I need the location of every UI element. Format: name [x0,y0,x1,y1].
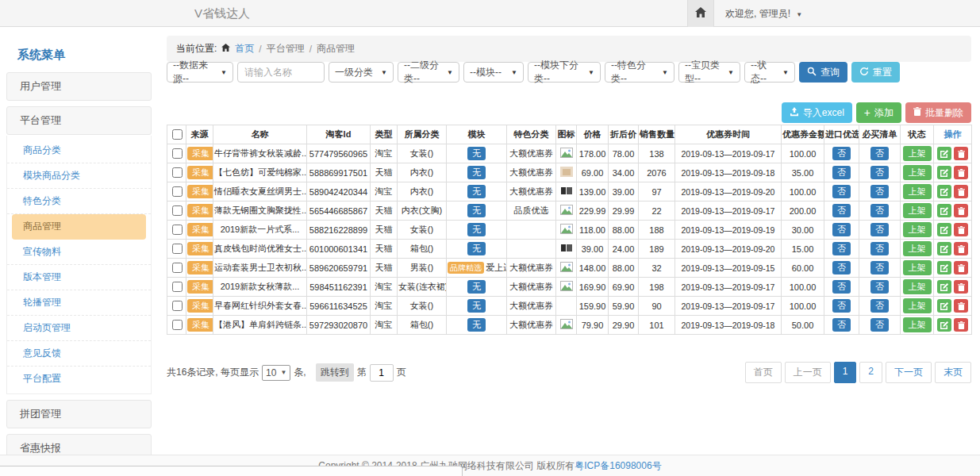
pager-button-1[interactable]: 1 [834,362,857,383]
must-buy-toggle[interactable]: 否 [870,166,889,178]
edit-button[interactable] [937,185,951,198]
status-toggle-button[interactable]: 上架 [903,279,932,294]
row-checkbox[interactable] [172,320,183,330]
import-optional-toggle[interactable]: 否 [832,280,851,293]
module-none-badge[interactable]: 无 [467,242,486,255]
sidebar-item-轮播管理[interactable]: 轮播管理 [7,290,151,316]
filter-select-5[interactable]: --特色分类--▼ [605,62,674,83]
icp-link[interactable]: 粤ICP备16098006号 [575,459,661,473]
page-number-input[interactable] [370,364,394,382]
data-source-select[interactable]: --数据来源-- ▼ [167,62,233,83]
row-checkbox[interactable] [172,225,183,235]
breadcrumb-home-link[interactable]: 首页 [235,42,254,56]
jump-button[interactable]: 跳转到 [316,363,354,382]
filter-select-2[interactable]: --二级分类--▼ [398,62,459,83]
status-toggle-button[interactable]: 上架 [903,298,932,313]
status-toggle-button[interactable]: 上架 [903,146,932,161]
edit-button[interactable] [937,223,951,236]
filter-select-7[interactable]: --状态--▼ [744,62,795,83]
must-buy-toggle[interactable]: 否 [870,318,889,331]
pager-button-下一页[interactable]: 下一页 [886,362,932,383]
status-toggle-button[interactable]: 上架 [903,241,932,256]
edit-button[interactable] [937,166,951,179]
filter-select-4[interactable]: --模块下分类--▼ [528,62,601,83]
pager-button-末页[interactable]: 末页 [935,362,971,383]
sidebar-item-平台管理[interactable]: 平台管理 [6,106,152,135]
sidebar-item-启动页管理[interactable]: 启动页管理 [7,316,151,341]
filter-select-3[interactable]: --模块--▼ [463,62,524,83]
filter-select-6[interactable]: --宝贝类型--▼ [678,62,740,83]
row-checkbox[interactable] [172,167,183,178]
reset-button[interactable]: 重置 [851,62,900,83]
module-none-badge[interactable]: 无 [467,166,486,178]
sidebar-item-省惠快报[interactable]: 省惠快报 [6,434,152,455]
row-checkbox[interactable] [172,244,183,254]
sidebar-item-版本管理[interactable]: 版本管理 [7,265,151,290]
edit-button[interactable] [937,261,951,274]
name-search-input[interactable] [237,62,325,83]
edit-button[interactable] [937,299,951,313]
sidebar-item-模块商品分类[interactable]: 模块商品分类 [7,163,151,189]
sidebar-item-用户管理[interactable]: 用户管理 [6,72,152,101]
sidebar-item-平台配置[interactable]: 平台配置 [7,367,151,391]
delete-button[interactable] [954,280,968,294]
must-buy-toggle[interactable]: 否 [870,185,889,198]
must-buy-toggle[interactable]: 否 [870,204,889,217]
delete-button[interactable] [954,223,968,236]
edit-button[interactable] [937,318,951,332]
module-none-badge[interactable]: 无 [467,185,486,198]
delete-button[interactable] [954,147,968,160]
delete-button[interactable] [954,318,968,332]
sidebar-item-商品分类[interactable]: 商品分类 [7,138,151,163]
must-buy-toggle[interactable]: 否 [870,280,889,293]
import-optional-toggle[interactable]: 否 [832,204,851,217]
row-checkbox[interactable] [172,186,183,197]
sidebar-item-意见反馈[interactable]: 意见反馈 [7,341,151,367]
delete-button[interactable] [954,166,968,179]
per-page-select[interactable]: 10 ▼ [262,365,290,381]
edit-button[interactable] [937,242,951,255]
row-checkbox[interactable] [172,205,183,216]
add-button[interactable]: + 添加 [856,102,901,123]
sidebar-item-商品管理[interactable]: 商品管理 [12,214,146,240]
status-toggle-button[interactable]: 上架 [903,260,932,275]
delete-button[interactable] [954,261,968,274]
must-buy-toggle[interactable]: 否 [870,147,889,159]
module-none-badge[interactable]: 无 [467,318,486,331]
batch-delete-button[interactable]: 批量删除 [905,102,971,123]
must-buy-toggle[interactable]: 否 [870,299,889,312]
module-none-badge[interactable]: 无 [467,147,486,159]
import-optional-toggle[interactable]: 否 [832,261,851,274]
delete-button[interactable] [954,299,968,313]
import-optional-toggle[interactable]: 否 [832,242,851,255]
home-button[interactable] [687,0,714,27]
module-none-badge[interactable]: 无 [467,299,486,312]
must-buy-toggle[interactable]: 否 [870,242,889,255]
sidebar-item-特色分类[interactable]: 特色分类 [7,189,151,214]
row-checkbox[interactable] [172,301,183,311]
select-all-checkbox[interactable] [172,129,183,140]
module-none-badge[interactable]: 无 [467,223,486,236]
module-none-badge[interactable]: 无 [467,204,486,217]
delete-button[interactable] [954,185,968,198]
import-optional-toggle[interactable]: 否 [832,185,851,198]
edit-button[interactable] [937,280,951,294]
status-toggle-button[interactable]: 上架 [903,317,932,332]
delete-button[interactable] [954,242,968,255]
filter-select-1[interactable]: 一级分类▼ [329,62,394,83]
status-toggle-button[interactable]: 上架 [903,222,932,237]
row-checkbox[interactable] [172,282,183,292]
status-toggle-button[interactable]: 上架 [903,184,932,199]
status-toggle-button[interactable]: 上架 [903,203,932,218]
sidebar-item-宣传物料[interactable]: 宣传物料 [7,240,151,265]
pager-button-2[interactable]: 2 [859,362,882,383]
module-none-badge[interactable]: 无 [467,280,486,293]
row-checkbox[interactable] [172,148,183,159]
import-optional-toggle[interactable]: 否 [832,318,851,331]
query-button[interactable]: 查询 [799,62,847,83]
edit-button[interactable] [937,204,951,217]
row-checkbox[interactable] [172,263,183,273]
user-menu[interactable]: 欢迎您, 管理员! ▼ [725,7,802,21]
delete-button[interactable] [954,204,968,217]
status-toggle-button[interactable]: 上架 [903,165,932,180]
